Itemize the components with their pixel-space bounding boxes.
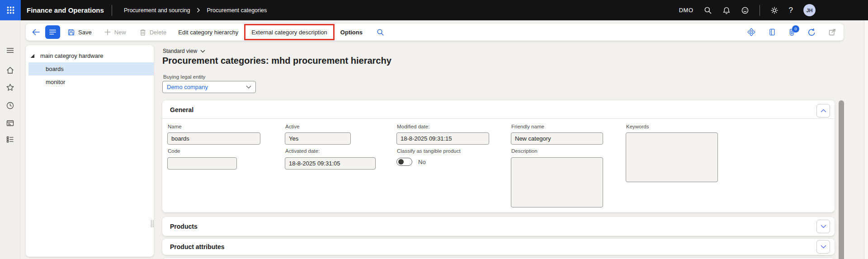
nav-menu-icon[interactable]: [6, 46, 14, 55]
feedback-smiley-icon[interactable]: [741, 6, 749, 14]
product-attributes-section-heading: Product attributes: [170, 243, 225, 250]
back-arrow-icon: [32, 28, 40, 36]
settings-gear-icon[interactable]: [770, 6, 778, 14]
app-title[interactable]: Finance and Operations: [27, 6, 104, 14]
active-label: Active: [285, 124, 299, 129]
tree-item-label: boards: [46, 66, 64, 72]
chevron-up-icon: [821, 109, 826, 113]
product-attributes-expand-button[interactable]: [816, 240, 830, 254]
edit-category-hierarchy-label: Edit category hierarchy: [178, 29, 238, 36]
breadcrumb-module[interactable]: Procurement and sourcing: [124, 7, 190, 14]
options-menu-button[interactable]: Options: [340, 29, 363, 36]
view-selector[interactable]: Standard view: [163, 48, 205, 54]
modules-list-icon[interactable]: [6, 135, 14, 144]
general-collapse-button[interactable]: [816, 104, 830, 118]
annotation-highlight-box: External category description: [244, 24, 335, 40]
help-icon[interactable]: ?: [789, 6, 793, 15]
keywords-textarea[interactable]: [626, 132, 718, 182]
modified-date-input[interactable]: [396, 132, 489, 145]
topbar-actions: DMO: [679, 4, 816, 16]
chevron-down-icon: [821, 245, 826, 249]
topbar-divider-2: [760, 5, 760, 16]
chevron-down-icon: [246, 85, 251, 89]
breadcrumb-page[interactable]: Procurement categories: [207, 7, 267, 14]
personalize-diamonds-icon[interactable]: [747, 28, 756, 37]
save-floppy-icon: [67, 28, 75, 36]
delete-button[interactable]: Delete: [139, 28, 167, 36]
description-label: Description: [511, 148, 538, 154]
tree-item-monitor[interactable]: monitor: [28, 75, 154, 89]
toolbar-right-icons: 0: [747, 28, 836, 37]
active-input[interactable]: [285, 132, 351, 145]
environment-badge[interactable]: DMO: [679, 7, 693, 14]
favorites-star-icon[interactable]: [6, 83, 14, 92]
tree-item-root[interactable]: main categroy hardware: [28, 49, 154, 62]
buying-legal-entity-value: Demo company: [167, 84, 246, 90]
products-section[interactable]: Products: [162, 217, 835, 236]
tree-item-label: main categroy hardware: [40, 52, 103, 59]
edit-category-hierarchy-button[interactable]: Edit category hierarchy: [178, 29, 238, 36]
notifications-bell-icon[interactable]: [722, 6, 731, 14]
recent-clock-icon[interactable]: [6, 101, 14, 110]
products-section-heading: Products: [170, 223, 198, 230]
activated-date-label: Activated date:: [285, 148, 320, 154]
view-selector-label: Standard view: [163, 48, 197, 54]
top-navigation-bar: Finance and Operations Procurement and s…: [0, 0, 868, 20]
back-button[interactable]: [32, 28, 40, 36]
classify-tangible-label: Classify as tangible product: [397, 148, 461, 154]
tree-item-label: monitor: [46, 79, 65, 85]
save-label: Save: [78, 29, 92, 36]
code-input[interactable]: [167, 157, 237, 170]
attachments-count-badge: 0: [792, 25, 799, 33]
name-input[interactable]: [167, 132, 260, 145]
section-divider: [162, 118, 835, 119]
general-section: General Name Active Modified date: Frien…: [162, 100, 835, 212]
refresh-icon[interactable]: [807, 28, 816, 37]
friendly-name-input[interactable]: [511, 132, 603, 145]
classify-tangible-toggle[interactable]: [396, 158, 412, 166]
product-attributes-section[interactable]: Product attributes: [162, 239, 835, 255]
panel-resize-handle[interactable]: [151, 220, 153, 227]
workspaces-window-icon[interactable]: [6, 119, 14, 127]
chevron-down-icon: [200, 50, 205, 53]
hamburger-icon: [49, 29, 56, 35]
tree-item-boards[interactable]: boards: [28, 62, 154, 75]
new-button[interactable]: New: [104, 28, 126, 36]
user-avatar[interactable]: JH: [803, 4, 816, 16]
activated-date-input[interactable]: [285, 157, 376, 170]
office-apps-icon[interactable]: [768, 28, 776, 36]
open-in-new-window-icon[interactable]: [828, 28, 836, 36]
external-category-description-label: External category description: [251, 29, 327, 36]
new-label: New: [114, 29, 126, 36]
topbar-divider: [112, 5, 112, 16]
home-icon[interactable]: [6, 66, 14, 75]
options-label: Options: [340, 29, 363, 36]
modified-date-label: Modified date:: [397, 124, 429, 129]
chevron-down-icon: [821, 225, 826, 228]
trash-icon: [139, 28, 146, 36]
external-category-description-button[interactable]: External category description: [251, 29, 327, 36]
attachments-icon[interactable]: 0: [788, 28, 795, 37]
action-toolbar: Save New Delete Edit category hierarchy …: [26, 24, 844, 41]
classify-tangible-value: No: [418, 159, 426, 165]
toolbar-search-icon[interactable]: [377, 28, 384, 36]
breadcrumb-chevron-icon: [196, 8, 201, 13]
buying-legal-entity-select[interactable]: Demo company: [162, 81, 256, 93]
keywords-label: Keywords: [626, 124, 649, 129]
code-label: Code: [168, 148, 180, 154]
products-expand-button[interactable]: [816, 220, 830, 233]
vertical-scrollbar-thumb[interactable]: [839, 100, 844, 259]
description-textarea[interactable]: [511, 157, 603, 207]
app-launcher-button[interactable]: [0, 0, 21, 20]
name-label: Name: [168, 124, 182, 129]
page-title: Procurement categories: mhd procurement …: [162, 56, 392, 66]
category-tree-panel: main categroy hardware boards monitor: [26, 45, 154, 257]
plus-icon: [104, 28, 111, 36]
buying-legal-entity-label: Buying legal entity: [163, 74, 205, 80]
search-icon[interactable]: [704, 6, 712, 14]
general-section-heading: General: [170, 106, 193, 113]
navigation-pane-toggle-button[interactable]: [45, 25, 60, 39]
save-button[interactable]: Save: [67, 28, 92, 36]
toggle-knob: [398, 159, 404, 165]
tree-expanded-icon: [30, 54, 34, 58]
